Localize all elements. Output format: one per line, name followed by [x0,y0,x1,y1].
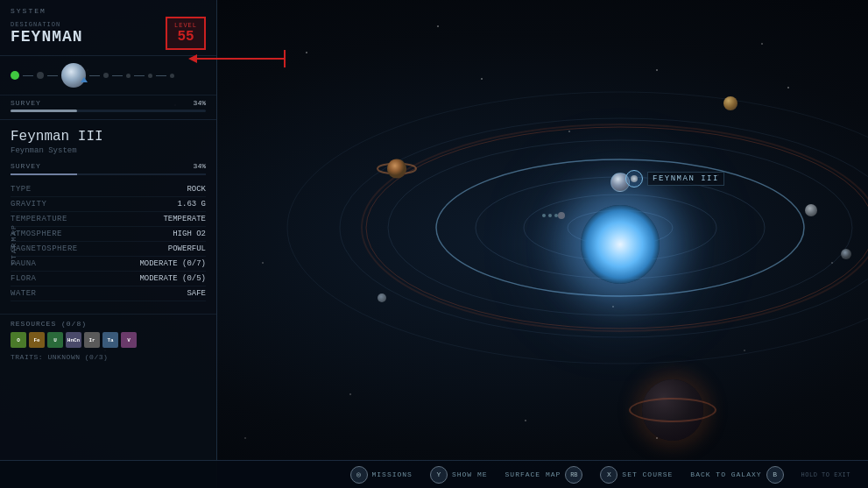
orbital-rings-svg [217,0,868,488]
set-course-label: SET COURSE [622,470,673,478]
starmap-tab[interactable]: STARMAP [4,223,20,265]
resource-icon-ir: Ir [84,332,100,348]
stat-key: WATER [11,286,109,301]
stat-val: SAFE [109,286,206,301]
level-arrow-annotation [188,46,293,76]
back-galaxy-key: B [766,466,784,484]
stat-key: MAGNETOSPHERE [11,242,109,257]
planet-dot-4 [148,74,152,78]
resources-header: RESOURCES (0/8) [11,320,206,328]
stat-row: GRAVITY1.63 G [11,197,206,212]
stat-key: TYPE [11,182,109,197]
system-header: SYSTEM DESIGNATION FEYNMAN LEVEL 55 [0,0,216,56]
planet-detail-section: Feynman III Feynman System SURVEY 34% TY… [0,120,216,314]
system-label: SYSTEM [11,7,206,15]
missions-label: MISSIONS [372,470,413,478]
stat-row: ATMOSPHEREHIGH O2 [11,227,206,242]
show-me-label: SHOW ME [452,470,488,478]
stats-table: TYPEROCKGRAVITY1.63 GTEMPERATURETEMPERAT… [11,182,206,301]
planet-distant-right [841,249,851,259]
orbital-system: FEYNMAN III [217,0,868,488]
stat-val: ROCK [109,182,206,197]
resource-icon-hncn: HnCn [66,332,81,348]
stat-key: TEMPERATURE [11,212,109,227]
resource-icon-ta: Ta [102,332,118,348]
sidebar-panel: STARMAP SYSTEM DESIGNATION FEYNMAN LEVEL… [0,0,217,488]
planet-inner-1 [558,212,565,219]
planet-dot-3 [126,74,131,78]
surface-map-label: SURFACE MAP [505,470,561,478]
planet-saturn [375,153,419,189]
connector-4 [112,75,123,76]
stat-row: TYPEROCK [11,182,206,197]
level-value: 55 [174,29,197,45]
stat-val: TEMPERATE [109,212,206,227]
svg-point-6 [287,92,868,364]
planet-large-dark [642,379,703,441]
triangle-marker [81,72,88,88]
survey-section-top: SURVEY 34% [0,95,216,120]
detail-survey-pct: 34% [194,162,206,170]
connector-2 [47,75,58,76]
back-to-galaxy-action[interactable]: BACK TO GALAXY B [690,466,783,484]
missions-key: ◎ [350,466,368,484]
designation-block: DESIGNATION FEYNMAN [11,21,83,46]
connector-5 [134,75,145,76]
stat-row: FLORAMODERATE (0/5) [11,272,206,286]
traits-label: TRAITS: UNKNOWN (0/3) [11,353,206,361]
svg-marker-13 [188,54,197,63]
level-label: LEVEL [174,22,197,29]
planet-system: Feynman System [11,146,206,155]
planet-selector-row [0,56,216,95]
survey-bar-fill [11,110,77,112]
stat-val: POWERFUL [109,242,206,257]
designation-row: DESIGNATION FEYNMAN LEVEL 55 [11,17,206,50]
resource-icon-o: O [11,332,26,348]
stat-row: FAUNAMODERATE (0/7) [11,257,206,272]
stat-key: FAUNA [11,257,109,272]
survey-label: SURVEY [11,99,41,107]
stat-key: ATMOSPHERE [11,227,109,242]
connector-1 [23,75,33,76]
connector-6 [156,75,166,76]
stat-val: 1.63 G [109,197,206,212]
surface-map-action[interactable]: SURFACE MAP RB [505,466,583,484]
resource-icons-row: OFeUHnCnIrTaV [11,332,206,348]
planet-small-2 [805,204,817,216]
planet-dot-5 [170,74,174,78]
label-circle-icon [625,170,643,187]
show-me-key: Y [430,466,448,484]
stat-val: MODERATE (0/5) [109,272,206,286]
detail-survey-row: SURVEY 34% [11,162,206,170]
surface-map-key: RB [565,466,582,484]
hold-to-exit-label: HOLD TO EXIT [801,471,850,478]
stat-val: MODERATE (0/7) [109,257,206,272]
designation-label: DESIGNATION [11,21,83,28]
resource-icon-v: V [121,332,137,348]
planet-dot-2 [103,73,109,78]
bottom-bar: ◎ MISSIONS Y SHOW ME SURFACE MAP RB X SE… [0,460,868,488]
set-course-key: X [600,466,617,484]
missions-action[interactable]: ◎ MISSIONS [350,466,413,484]
planet-lower-left [378,294,386,302]
stat-row: TEMPERATURETEMPERATE [11,212,206,227]
designation-name: FEYNMAN [11,28,83,46]
back-galaxy-label: BACK TO GALAXY [690,470,761,478]
star-center [581,205,660,284]
svg-point-11 [387,159,406,179]
show-me-action[interactable]: Y SHOW ME [430,466,488,484]
detail-survey-label: SURVEY [11,162,41,170]
resource-icon-u: U [47,332,63,348]
planet-dot-green [11,71,19,80]
connector-3 [89,75,100,76]
stat-row: WATERSAFE [11,286,206,301]
set-course-action[interactable]: X SET COURSE [600,466,673,484]
planet-name: Feynman III [11,129,206,145]
stat-row: MAGNETOSPHEREPOWERFUL [11,242,206,257]
resources-section: RESOURCES (0/8) OFeUHnCnIrTaV TRAITS: UN… [0,314,216,366]
feynman-iii-label-text: FEYNMAN III [647,172,724,186]
planet-small-1 [723,96,737,110]
resource-icon-fe: Fe [29,332,45,348]
detail-survey-bar-fill [11,173,77,175]
detail-survey-bar [11,173,206,175]
